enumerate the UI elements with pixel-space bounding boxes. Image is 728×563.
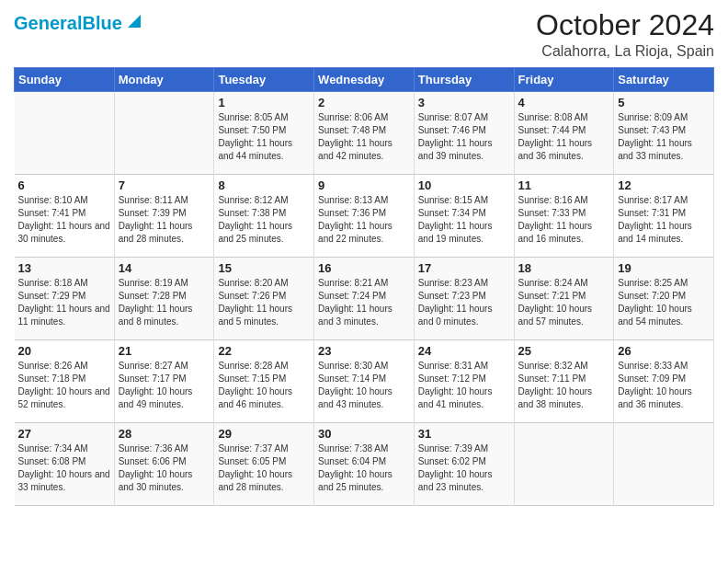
table-row: 6Sunrise: 8:10 AM Sunset: 7:41 PM Daylig…	[15, 175, 115, 258]
table-row: 22Sunrise: 8:28 AM Sunset: 7:15 PM Dayli…	[214, 340, 314, 423]
calendar-week-row: 27Sunrise: 7:34 AM Sunset: 6:08 PM Dayli…	[15, 423, 714, 506]
day-info: Sunrise: 7:37 AM Sunset: 6:05 PM Dayligh…	[218, 442, 310, 494]
day-info: Sunrise: 8:25 AM Sunset: 7:20 PM Dayligh…	[618, 277, 710, 328]
table-row: 26Sunrise: 8:33 AM Sunset: 7:09 PM Dayli…	[614, 340, 714, 423]
day-info: Sunrise: 7:36 AM Sunset: 6:06 PM Dayligh…	[119, 442, 210, 494]
day-number: 23	[318, 344, 410, 358]
day-number: 8	[218, 178, 310, 192]
day-info: Sunrise: 8:13 AM Sunset: 7:36 PM Dayligh…	[318, 194, 410, 246]
day-info: Sunrise: 8:28 AM Sunset: 7:15 PM Dayligh…	[218, 360, 310, 411]
day-info: Sunrise: 8:30 AM Sunset: 7:14 PM Dayligh…	[318, 360, 410, 411]
table-row: 10Sunrise: 8:15 AM Sunset: 7:34 PM Dayli…	[414, 175, 514, 258]
table-row: 19Sunrise: 8:25 AM Sunset: 7:20 PM Dayli…	[614, 258, 714, 340]
col-sunday: Sunday	[15, 68, 115, 92]
day-number: 20	[18, 344, 110, 358]
day-number: 18	[518, 261, 610, 275]
day-info: Sunrise: 8:27 AM Sunset: 7:17 PM Dayligh…	[119, 360, 210, 411]
day-number: 24	[418, 344, 510, 358]
day-number: 30	[318, 427, 410, 441]
table-row: 20Sunrise: 8:26 AM Sunset: 7:18 PM Dayli…	[15, 340, 115, 423]
day-number: 7	[119, 178, 210, 192]
day-number: 28	[119, 427, 210, 441]
day-number: 12	[618, 178, 710, 192]
col-friday: Friday	[514, 68, 614, 92]
day-info: Sunrise: 8:19 AM Sunset: 7:28 PM Dayligh…	[119, 277, 210, 328]
day-number: 22	[218, 344, 310, 358]
day-info: Sunrise: 8:33 AM Sunset: 7:09 PM Dayligh…	[618, 360, 710, 411]
table-row: 24Sunrise: 8:31 AM Sunset: 7:12 PM Dayli…	[414, 340, 514, 423]
table-row	[15, 92, 115, 175]
logo-arrow-icon	[124, 11, 144, 31]
table-row: 15Sunrise: 8:20 AM Sunset: 7:26 PM Dayli…	[214, 258, 314, 340]
day-number: 9	[318, 178, 410, 192]
day-info: Sunrise: 8:32 AM Sunset: 7:11 PM Dayligh…	[518, 360, 610, 411]
calendar-week-row: 20Sunrise: 8:26 AM Sunset: 7:18 PM Dayli…	[15, 340, 714, 423]
table-row: 7Sunrise: 8:11 AM Sunset: 7:39 PM Daylig…	[114, 175, 214, 258]
day-number: 26	[618, 344, 710, 358]
calendar-header-row: Sunday Monday Tuesday Wednesday Thursday…	[15, 68, 714, 92]
day-info: Sunrise: 8:17 AM Sunset: 7:31 PM Dayligh…	[618, 194, 710, 246]
table-row: 1Sunrise: 8:05 AM Sunset: 7:50 PM Daylig…	[214, 92, 314, 175]
day-info: Sunrise: 8:08 AM Sunset: 7:44 PM Dayligh…	[518, 111, 610, 163]
table-row: 18Sunrise: 8:24 AM Sunset: 7:21 PM Dayli…	[514, 258, 614, 340]
col-wednesday: Wednesday	[314, 68, 415, 92]
day-info: Sunrise: 8:23 AM Sunset: 7:23 PM Dayligh…	[418, 277, 510, 328]
day-info: Sunrise: 8:07 AM Sunset: 7:46 PM Dayligh…	[418, 111, 510, 163]
day-info: Sunrise: 8:18 AM Sunset: 7:29 PM Dayligh…	[18, 277, 110, 328]
day-number: 21	[119, 344, 210, 358]
day-info: Sunrise: 7:39 AM Sunset: 6:02 PM Dayligh…	[418, 442, 510, 494]
day-number: 13	[18, 261, 110, 275]
page-location: Calahorra, La Rioja, Spain	[536, 43, 714, 60]
day-number: 25	[518, 344, 610, 358]
day-number: 31	[418, 427, 510, 441]
table-row: 30Sunrise: 7:38 AM Sunset: 6:04 PM Dayli…	[314, 423, 415, 506]
title-block: October 2024 Calahorra, La Rioja, Spain	[536, 9, 714, 60]
day-info: Sunrise: 8:26 AM Sunset: 7:18 PM Dayligh…	[18, 360, 110, 411]
day-number: 4	[518, 96, 610, 109]
day-number: 5	[618, 96, 710, 109]
col-saturday: Saturday	[614, 68, 714, 92]
day-number: 11	[518, 178, 610, 192]
page-header: GeneralBlue October 2024 Calahorra, La R…	[14, 9, 714, 60]
calendar-table: Sunday Monday Tuesday Wednesday Thursday…	[14, 67, 714, 506]
table-row: 17Sunrise: 8:23 AM Sunset: 7:23 PM Dayli…	[414, 258, 514, 340]
table-row: 9Sunrise: 8:13 AM Sunset: 7:36 PM Daylig…	[314, 175, 415, 258]
day-number: 17	[418, 261, 510, 275]
table-row: 5Sunrise: 8:09 AM Sunset: 7:43 PM Daylig…	[614, 92, 714, 175]
day-number: 29	[218, 427, 310, 441]
day-info: Sunrise: 8:12 AM Sunset: 7:38 PM Dayligh…	[218, 194, 310, 246]
day-number: 15	[218, 261, 310, 275]
day-number: 3	[418, 96, 510, 109]
calendar-week-row: 13Sunrise: 8:18 AM Sunset: 7:29 PM Dayli…	[15, 258, 714, 340]
day-info: Sunrise: 8:16 AM Sunset: 7:33 PM Dayligh…	[518, 194, 610, 246]
day-info: Sunrise: 7:34 AM Sunset: 6:08 PM Dayligh…	[18, 442, 110, 494]
day-info: Sunrise: 8:09 AM Sunset: 7:43 PM Dayligh…	[618, 111, 710, 163]
calendar-week-row: 6Sunrise: 8:10 AM Sunset: 7:41 PM Daylig…	[15, 175, 714, 258]
table-row: 2Sunrise: 8:06 AM Sunset: 7:48 PM Daylig…	[314, 92, 415, 175]
table-row	[614, 423, 714, 506]
day-number: 2	[318, 96, 410, 109]
day-info: Sunrise: 8:21 AM Sunset: 7:24 PM Dayligh…	[318, 277, 410, 328]
table-row: 16Sunrise: 8:21 AM Sunset: 7:24 PM Dayli…	[314, 258, 415, 340]
table-row	[514, 423, 614, 506]
day-number: 6	[18, 178, 110, 192]
col-thursday: Thursday	[414, 68, 514, 92]
table-row: 11Sunrise: 8:16 AM Sunset: 7:33 PM Dayli…	[514, 175, 614, 258]
page-container: GeneralBlue October 2024 Calahorra, La R…	[0, 0, 728, 520]
table-row: 23Sunrise: 8:30 AM Sunset: 7:14 PM Dayli…	[314, 340, 415, 423]
day-info: Sunrise: 8:05 AM Sunset: 7:50 PM Dayligh…	[218, 111, 310, 163]
svg-marker-0	[128, 15, 141, 28]
table-row: 4Sunrise: 8:08 AM Sunset: 7:44 PM Daylig…	[514, 92, 614, 175]
day-info: Sunrise: 8:06 AM Sunset: 7:48 PM Dayligh…	[318, 111, 410, 163]
table-row: 14Sunrise: 8:19 AM Sunset: 7:28 PM Dayli…	[114, 258, 214, 340]
table-row: 13Sunrise: 8:18 AM Sunset: 7:29 PM Dayli…	[15, 258, 115, 340]
table-row: 25Sunrise: 8:32 AM Sunset: 7:11 PM Dayli…	[514, 340, 614, 423]
table-row: 28Sunrise: 7:36 AM Sunset: 6:06 PM Dayli…	[114, 423, 214, 506]
table-row: 31Sunrise: 7:39 AM Sunset: 6:02 PM Dayli…	[414, 423, 514, 506]
table-row: 29Sunrise: 7:37 AM Sunset: 6:05 PM Dayli…	[214, 423, 314, 506]
day-info: Sunrise: 7:38 AM Sunset: 6:04 PM Dayligh…	[318, 442, 410, 494]
day-info: Sunrise: 8:11 AM Sunset: 7:39 PM Dayligh…	[119, 194, 210, 246]
table-row	[114, 92, 214, 175]
day-info: Sunrise: 8:10 AM Sunset: 7:41 PM Dayligh…	[18, 194, 110, 246]
table-row: 8Sunrise: 8:12 AM Sunset: 7:38 PM Daylig…	[214, 175, 314, 258]
